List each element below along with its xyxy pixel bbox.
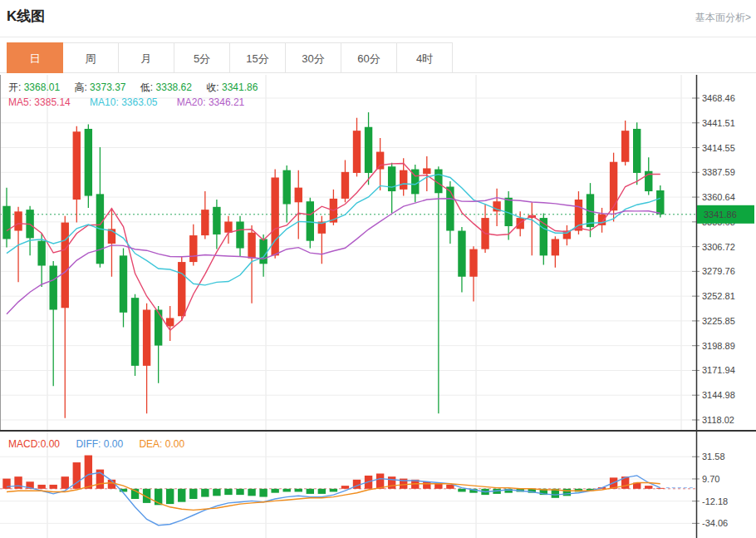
- svg-text:9.70: 9.70: [702, 474, 719, 484]
- svg-text:3306.72: 3306.72: [702, 242, 735, 252]
- dea-value-legend: DEA: 0.00: [139, 438, 184, 450]
- ma20-legend: MA20: 3346.21: [177, 96, 244, 108]
- tab-30min[interactable]: 30分: [285, 42, 341, 73]
- svg-text:-12.18: -12.18: [702, 496, 728, 506]
- svg-text:3171.94: 3171.94: [702, 365, 735, 375]
- close-value: 3341.86: [222, 81, 258, 93]
- svg-text:3387.59: 3387.59: [702, 167, 735, 177]
- svg-text:31.58: 31.58: [702, 452, 725, 461]
- open-value: 3368.01: [24, 81, 60, 93]
- tab-week[interactable]: 周: [62, 42, 119, 73]
- low-value: 3338.62: [156, 81, 192, 93]
- ma-legend: MA5: 3385.14 MA10: 3363.05 MA20: 3346.21: [8, 96, 244, 108]
- svg-text:3468.46: 3468.46: [702, 93, 735, 103]
- interval-tabstrip: 日 周 月 5分 15分 30分 60分 4时: [7, 42, 453, 73]
- tabbar-underline: [0, 72, 756, 73]
- svg-text:3441.51: 3441.51: [702, 118, 735, 128]
- tab-5min[interactable]: 5分: [174, 42, 230, 73]
- kline-page: K线图 基本面分析> 日 周 月 5分 15分 30分 60分 4时 3468.…: [0, 0, 756, 538]
- header-divider: [0, 37, 756, 37]
- open-label: 开:: [8, 81, 21, 93]
- svg-text:3225.85: 3225.85: [702, 316, 735, 326]
- svg-text:3118.02: 3118.02: [702, 415, 734, 425]
- close-label: 收:: [206, 81, 218, 93]
- svg-text:3360.64: 3360.64: [702, 192, 735, 202]
- diff-value-legend: DIFF: 0.00: [76, 438, 123, 450]
- macd-legend: MACD:0.00 DIFF: 0.00 DEA: 0.00: [8, 438, 184, 450]
- low-label: 低:: [140, 81, 153, 93]
- svg-text:3341.86: 3341.86: [704, 210, 737, 220]
- high-label: 高:: [74, 81, 86, 93]
- svg-text:3144.98: 3144.98: [702, 390, 735, 400]
- tab-4hour[interactable]: 4时: [396, 42, 453, 73]
- tab-60min[interactable]: 60分: [341, 42, 397, 73]
- page-title: K线图: [7, 7, 45, 26]
- tab-15min[interactable]: 15分: [229, 42, 286, 73]
- svg-text:3279.76: 3279.76: [702, 266, 735, 276]
- candlestick-chart[interactable]: 3468.463441.513414.553387.593360.643333.…: [0, 75, 756, 538]
- svg-text:3252.81: 3252.81: [702, 291, 735, 301]
- ma10-legend: MA10: 3363.05: [90, 96, 157, 108]
- high-value: 3373.37: [90, 81, 125, 93]
- ohlc-legend: 开: 3368.01 高: 3373.37 低: 3338.62 收: 3341…: [8, 81, 269, 95]
- fundamental-analysis-link[interactable]: 基本面分析>: [695, 11, 751, 25]
- macd-value-legend: MACD:0.00: [8, 438, 60, 450]
- svg-text:-34.06: -34.06: [702, 518, 728, 528]
- tab-day[interactable]: 日: [7, 42, 63, 73]
- ma5-legend: MA5: 3385.14: [8, 96, 71, 108]
- svg-text:3414.55: 3414.55: [702, 143, 735, 153]
- svg-text:3198.89: 3198.89: [702, 341, 735, 351]
- tab-month[interactable]: 月: [118, 42, 174, 73]
